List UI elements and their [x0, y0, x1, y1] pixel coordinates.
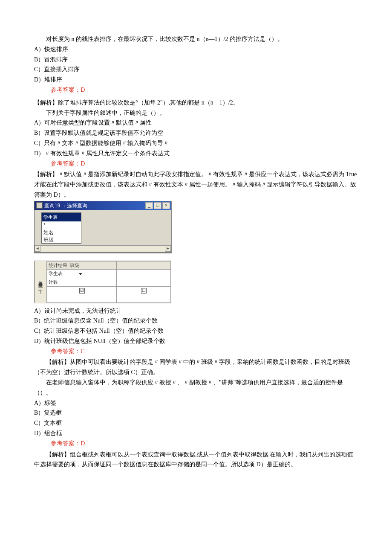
grid-r5c2[interactable]	[117, 295, 171, 302]
q1-analysis-text: 除了堆排序算法的比较次数是°（加隼 2"）,其他的都是 n（n—1）/2。	[58, 99, 239, 106]
field-star[interactable]: *	[42, 221, 81, 229]
scroll-right-icon[interactable]: ►	[165, 246, 171, 252]
q1-option-c: C）直接插入排序	[34, 64, 358, 75]
window-title: 查询19 ：选择查询	[44, 201, 144, 210]
q3-answer: 参考答案：C	[34, 346, 358, 357]
q4-stem: 在老师信息输入窗体中，为职称字段供应〃教授〃、〃副教授〃、"讲师"等选项供用户直…	[34, 378, 358, 398]
scroll-left-icon[interactable]: ◄	[35, 246, 40, 252]
q2-option-c: C）只有〃文本〃型数据能够使用〃输入掩码向导〃	[34, 138, 358, 148]
q1-option-d: D）堆排序	[34, 75, 358, 85]
title-bar: 查询19 ：选择查询 _ □ ×	[35, 201, 171, 210]
q4-analysis: 【解析】组合框或列表框可以从一个表或查询中取得数据,或从一个值列表中取得数据,在…	[34, 450, 358, 470]
grid-r1c2[interactable]	[117, 261, 171, 270]
grid-table: 统计结果: 班级 学生表 计数 ☑ ☐	[47, 261, 171, 303]
analysis-label: 【解析】	[46, 359, 70, 365]
field-class[interactable]: 班级	[42, 236, 81, 243]
q2-analysis-text: 〃默认值〃是指添加新纪录时自动向此字段安排指定值。〃有效性规章〃是供应一个表达式…	[34, 171, 357, 198]
grid-r1c1[interactable]: 统计结果: 班级	[47, 261, 117, 270]
table-pane: 学生表 * 姓名 班级 ◄ ►	[35, 210, 171, 253]
source-table[interactable]: 学生表 * 姓名 班级	[41, 212, 81, 244]
grid-r2c1-text: 学生表	[49, 271, 63, 276]
q2-analysis: 【解析】〃默认值〃是指添加新纪录时自动向此字段安排指定值。〃有效性规章〃是供应一…	[34, 169, 358, 200]
access-query-screenshot: 查询19 ：选择查询 _ □ × 学生表 * 姓名 班级 ◄ ► 段表计序示件或…	[34, 201, 358, 303]
q4-option-b: B）复选框	[34, 408, 358, 418]
dropdown-icon[interactable]	[79, 273, 82, 275]
grid-r2c1[interactable]: 学生表	[47, 270, 117, 278]
h-scrollbar[interactable]: ◄ ►	[35, 245, 171, 252]
q2-stem: 下列关于字段属性的叙述中，正确的是（）。	[34, 108, 358, 118]
q2-option-b: B）设置字段默认值就是规定该字段值不允许为空	[34, 128, 358, 138]
grid-r2c2[interactable]	[117, 270, 171, 278]
checkbox-unchecked-icon[interactable]: ☐	[141, 288, 147, 293]
query-window: 查询19 ：选择查询 _ □ × 学生表 * 姓名 班级 ◄ ►	[34, 201, 171, 253]
q1-option-b: B）冒泡排序	[34, 55, 358, 65]
checkbox-checked-icon[interactable]: ☑	[79, 288, 85, 293]
grid-show-1[interactable]: ☑	[47, 286, 117, 295]
grid-r3c2[interactable]	[117, 278, 171, 287]
maximize-button[interactable]: □	[154, 202, 161, 209]
analysis-label: 【解析】	[46, 451, 70, 458]
q1-stem: 对长度为 n 的线性表排序，在最坏状况下，比较次数不是 n（n—1）/2 的排序…	[34, 34, 358, 44]
q2-option-a: A）可对任意类型的字段设置〃默认值〃属性	[34, 118, 358, 128]
q4-option-a: A）标签	[34, 398, 358, 408]
grid-row-labels: 段表计序示件或 字	[35, 261, 47, 303]
q1-option-a: A）快速排序	[34, 44, 358, 55]
q3-option-a: A）设计尚未完成，无法进行统计	[34, 306, 358, 316]
window-icon	[36, 202, 43, 209]
q4-analysis-text: 组合框或列表框可以从一个表或查询中取得数据,或从一个值列表中取得数据,在输入时，…	[34, 451, 353, 468]
q2-option-d: D）〃有效性规章〃属性只允许定义一个条件表达式	[34, 148, 358, 159]
grid-r3c1[interactable]: 计数	[47, 278, 117, 287]
grid-r5c1[interactable]	[47, 295, 117, 302]
q4-answer: 参考答案：D	[34, 439, 358, 449]
q3-analysis: 【解析】从图中可以看出要统计的字段是〃同学表〃中的〃班级〃字段，采纳的统计函数是…	[34, 357, 358, 378]
analysis-label: 【解析】	[34, 171, 58, 177]
q3-option-d: D）统计班级信息包括 NUll（空）值全部纪录个数	[34, 336, 358, 346]
q4-option-d: D）组合框	[34, 428, 358, 439]
q3-option-b: B）统计班级信息仅含 Null（空）值的纪录个数	[34, 316, 358, 326]
field-name[interactable]: 姓名	[42, 229, 81, 236]
table-title: 学生表	[42, 213, 81, 222]
q3-analysis-text: 从图中可以看出要统计的字段是〃同学表〃中的〃班级〃字段，采纳的统计函数是计数函数…	[34, 359, 350, 375]
close-button[interactable]: ×	[162, 202, 170, 209]
page: 对长度为 n 的线性表排序，在最坏状况下，比较次数不是 n（n—1）/2 的排序…	[0, 0, 392, 487]
q1-answer: 参考答案：D	[34, 85, 358, 95]
q1-analysis: 【解析】除了堆排序算法的比较次数是°（加隼 2"）,其他的都是 n（n—1）/2…	[34, 98, 358, 108]
analysis-label: 【解析】	[34, 99, 58, 106]
q4-option-c: C）文本框	[34, 418, 358, 428]
grid-show-2[interactable]: ☐	[117, 286, 171, 295]
q3-option-c: C）统计班级信息不包括 Null（空）值的纪录个数	[34, 326, 358, 336]
minimize-button[interactable]: _	[145, 202, 153, 209]
design-grid: 段表计序示件或 字 统计结果: 班级 学生表 计数 ☑ ☐	[34, 261, 171, 303]
q2-answer: 参考答案：D	[34, 159, 358, 169]
